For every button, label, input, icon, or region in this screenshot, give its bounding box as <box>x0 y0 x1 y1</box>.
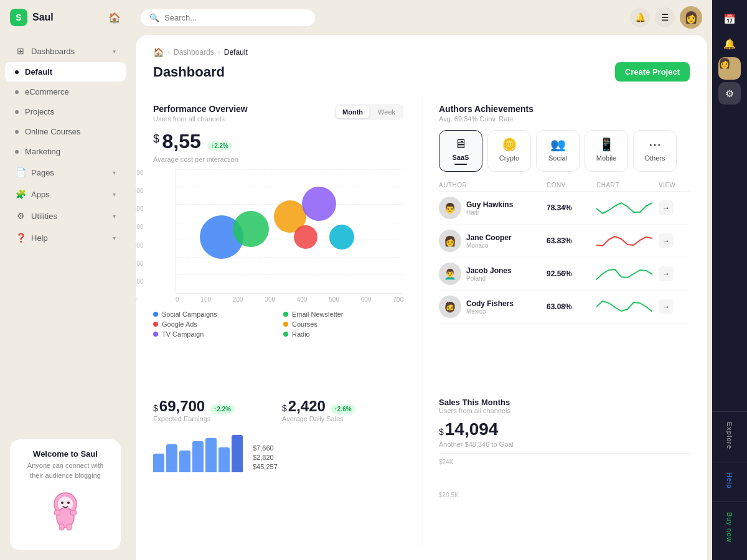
y-label-24k: $24K <box>439 459 453 465</box>
search-input[interactable] <box>164 13 306 22</box>
explore-label[interactable]: Explore <box>726 417 733 454</box>
bar-0 <box>153 454 164 472</box>
breadcrumb-dashboards[interactable]: Dashboards <box>174 48 214 57</box>
svg-rect-6 <box>67 524 72 530</box>
legend-label-1: Email Newsletter <box>292 310 344 318</box>
grid-line <box>176 293 403 294</box>
month-toggle[interactable]: Month <box>336 106 369 118</box>
sidebar-item-default[interactable]: Default <box>5 62 126 82</box>
tab-social[interactable]: 👥 Social <box>536 130 580 172</box>
sidebar-header: S Saul 🏠 <box>0 0 131 35</box>
author-country-0: Haiti <box>466 209 513 216</box>
legend-dot-4 <box>153 332 158 337</box>
bar-1 <box>166 444 177 472</box>
user-avatar[interactable]: 👩 <box>680 6 702 29</box>
legend-label-0: Social Campaigns <box>162 310 217 318</box>
author-name-1: Jane Cooper <box>466 233 512 242</box>
author-avatar-0: 👨 <box>439 197 461 219</box>
online-courses-dot <box>15 130 19 134</box>
sidebar-item-projects[interactable]: Projects <box>5 102 126 121</box>
others-tab-icon: ⋯ <box>649 137 661 152</box>
dashboards-chevron: ▾ <box>113 48 116 55</box>
grid-line <box>176 169 403 170</box>
y-label-20k: $20.5K <box>439 492 690 498</box>
sales-goal: Another $48,346 to Goal <box>439 441 690 448</box>
svg-rect-4 <box>70 510 77 515</box>
sidebar-item-dashboards[interactable]: ⊞ Dashboards ▾ <box>5 40 126 62</box>
author-row-1: 👩 Jane Cooper Monaco 63.83% → <box>439 225 690 258</box>
mini-chart-3 <box>596 297 659 316</box>
pages-icon: 📄 <box>15 167 26 178</box>
view-btn-3[interactable]: → <box>659 299 674 314</box>
rs-settings-icon[interactable]: ⚙ <box>718 82 741 105</box>
utilities-chevron: ▾ <box>113 213 116 220</box>
help-label[interactable]: Help <box>726 467 733 494</box>
astronaut-illustration <box>40 485 90 535</box>
sidebar-item-online-courses[interactable]: Online Courses <box>5 122 126 141</box>
bar-2 <box>179 450 190 472</box>
legend-item-5: Radio <box>283 330 403 338</box>
sidebar-label-utilities: Utilities <box>31 212 57 221</box>
create-project-button[interactable]: Create Project <box>615 62 690 82</box>
saas-tab-label: SaaS <box>453 154 469 161</box>
author-avatar-3: 🧔 <box>439 296 461 318</box>
x-label: 100 <box>200 296 211 303</box>
rs-calendar-icon[interactable]: 📅 <box>718 7 741 30</box>
rs-user-avatar[interactable]: 👩 <box>718 57 741 80</box>
view-btn-1[interactable]: → <box>659 233 674 248</box>
view-btn-0[interactable]: → <box>659 200 674 215</box>
author-row-3: 🧔 Cody Fishers Mexico 63.08% → <box>439 291 690 324</box>
menu-icon[interactable]: ☰ <box>655 7 675 27</box>
x-label: 0 <box>176 296 179 303</box>
perf-subtitle: Users from all channels <box>153 115 248 123</box>
sales-title: Sales This Months <box>439 398 690 407</box>
sidebar-item-utilities[interactable]: ⚙ Utilities ▾ <box>5 205 126 226</box>
tab-mobile[interactable]: 📱 Mobile <box>585 130 628 172</box>
mini-chart-2 <box>596 264 659 283</box>
author-country-3: Mexico <box>466 308 514 315</box>
week-toggle[interactable]: Week <box>372 106 402 118</box>
buy-label[interactable]: Buy now <box>726 507 733 548</box>
svg-rect-3 <box>54 510 60 515</box>
view-btn-2[interactable]: → <box>659 266 674 281</box>
bar-6 <box>232 435 243 472</box>
sidebar-label-marketing: Marketing <box>25 147 60 156</box>
author-avatar-1: 👩 <box>439 230 461 252</box>
expected-earnings: $ 69,700 ↑2.2% Expected Earnings <box>153 398 275 422</box>
legend-label-2: Google Ads <box>162 320 197 328</box>
mobile-tab-label: Mobile <box>596 154 616 162</box>
breadcrumb-current: Default <box>224 48 248 57</box>
daily-sales: $ 2,420 ↑2.6% Average Daily Sales <box>282 398 403 422</box>
y-label: 100 <box>136 278 144 285</box>
sales-mini-chart: $24K <box>439 453 690 490</box>
conv-rate-1: 63.83% <box>547 236 596 245</box>
earn-badge: ↑2.2% <box>210 404 235 414</box>
sidebar-item-help[interactable]: ❓ Help ▾ <box>5 227 126 248</box>
legend-dot-3 <box>283 322 288 327</box>
breadcrumb-home[interactable]: 🏠 <box>153 47 164 57</box>
author-details-2: Jacob Jones Poland <box>466 266 512 282</box>
back-icon[interactable]: 🏠 <box>108 12 121 24</box>
sidebar-item-ecommerce[interactable]: eCommerce <box>5 82 126 101</box>
sidebar-item-pages[interactable]: 📄 Pages ▾ <box>5 162 126 183</box>
right-amounts: $7,660$2,820$45,257 <box>253 444 278 472</box>
search-box[interactable]: 🔍 <box>141 9 315 26</box>
saas-tab-icon: 🖥 <box>454 137 467 151</box>
sidebar-label-projects: Projects <box>25 107 54 116</box>
legend-dot-1 <box>283 312 288 317</box>
tab-saas[interactable]: 🖥 SaaS <box>439 130 482 172</box>
sidebar-item-apps[interactable]: 🧩 Apps ▾ <box>5 184 126 205</box>
author-info-2: 👨‍🦱 Jacob Jones Poland <box>439 263 547 285</box>
x-label: 200 <box>233 296 243 303</box>
tab-crypto[interactable]: 🪙 Crypto <box>487 130 531 172</box>
tab-others[interactable]: ⋯ Others <box>633 130 677 172</box>
sidebar-label-apps: Apps <box>31 190 50 199</box>
author-details-1: Jane Cooper Monaco <box>466 233 512 249</box>
rs-bell-icon[interactable]: 🔔 <box>718 32 741 55</box>
bubble-chart <box>176 169 403 294</box>
sidebar-item-marketing[interactable]: Marketing <box>5 142 126 161</box>
page-header: 🏠 › Dashboards › Default Dashboard Creat… <box>136 35 707 94</box>
notifications-icon[interactable]: 🔔 <box>630 7 650 27</box>
earn-label: Expected Earnings <box>153 415 275 422</box>
mini-bar-chart <box>153 435 243 472</box>
